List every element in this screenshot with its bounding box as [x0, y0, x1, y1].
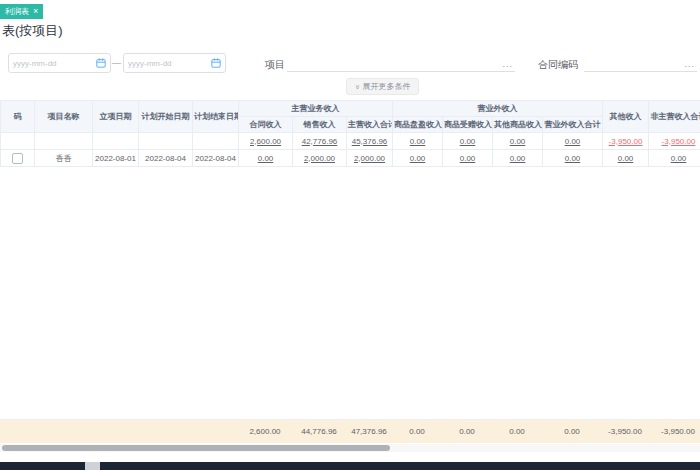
column-header-other-income: 其他收入	[603, 101, 649, 133]
drilldown-link[interactable]: 2,000.00	[304, 154, 335, 163]
data-row: 香香 2022-08-01 2022-08-04 2022-08-04 0.00…	[1, 150, 700, 167]
page-title: 表(按项目)	[2, 22, 63, 40]
summary-row: 2,600.00 44,776.96 47,376.96 0.00 0.00 0…	[0, 419, 700, 443]
drilldown-link-negative[interactable]: -3,950.00	[609, 137, 643, 146]
column-header-inventory-gain: 商品盘盈收入	[393, 117, 443, 133]
column-header-non-main-total: 非主营收入合计	[649, 101, 700, 133]
column-header-main-income-total: 主营收入合计	[347, 117, 393, 133]
tab-close-icon[interactable]: ×	[33, 7, 38, 16]
column-header-non-operating-total: 营业外收入合计	[543, 117, 603, 133]
tab-label: 利润表	[5, 4, 29, 19]
group-header-main-income: 主营业务收入	[239, 101, 393, 117]
report-table: 码 项目名称 立项日期 计划开始日期 计划结束日期 主营业务收入 营业外收入 其…	[0, 100, 700, 167]
date-start-field[interactable]	[13, 59, 96, 68]
group-header-row: 码 项目名称 立项日期 计划开始日期 计划结束日期 主营业务收入 营业外收入 其…	[1, 101, 700, 117]
scrollbar-thumb[interactable]	[2, 445, 390, 451]
cell-setup-date: 2022-08-01	[93, 150, 139, 167]
drilldown-link[interactable]: 2,000.00	[354, 154, 385, 163]
drilldown-link[interactable]: 0.00	[510, 137, 526, 146]
drilldown-link[interactable]: 0.00	[671, 154, 687, 163]
column-header-code: 码	[1, 101, 35, 133]
drilldown-link[interactable]: 0.00	[410, 154, 426, 163]
column-header-other-goods: 其他商品收入	[493, 117, 543, 133]
date-start-input[interactable]	[8, 53, 111, 73]
cell-project-name: 香香	[35, 150, 93, 167]
column-header-plan-start: 计划开始日期	[139, 101, 193, 133]
drilldown-link[interactable]: 42,776.96	[302, 137, 338, 146]
project-filter-field[interactable]	[287, 59, 502, 71]
contract-more-button[interactable]: ...	[684, 59, 697, 71]
cell-plan-start: 2022-08-04	[139, 150, 193, 167]
drilldown-link[interactable]: 0.00	[565, 154, 581, 163]
drilldown-link[interactable]: 2,600.00	[250, 137, 281, 146]
date-end-field[interactable]	[128, 59, 211, 68]
summary-other-income: -3,950.00	[602, 420, 648, 444]
calendar-icon[interactable]	[96, 54, 106, 72]
summary-donated-goods: 0.00	[442, 420, 492, 444]
drilldown-link[interactable]: 0.00	[618, 154, 634, 163]
drilldown-link-negative[interactable]: -3,950.00	[662, 137, 696, 146]
summary-contract-income: 2,600.00	[238, 420, 292, 444]
summary-sales-income: 44,776.96	[292, 420, 346, 444]
summary-main-income-total: 47,376.96	[346, 420, 392, 444]
calendar-icon[interactable]	[211, 54, 221, 72]
drilldown-link[interactable]: 0.00	[460, 137, 476, 146]
drilldown-link[interactable]: 45,376.96	[352, 137, 388, 146]
drilldown-link[interactable]: 0.00	[565, 137, 581, 146]
drilldown-link[interactable]: 0.00	[258, 154, 274, 163]
row-checkbox[interactable]	[12, 153, 23, 164]
column-header-setup-date: 立项日期	[93, 101, 139, 133]
column-header-sales-income: 销售收入	[293, 117, 347, 133]
tab-profit-report[interactable]: 利润表 ×	[0, 4, 43, 19]
summary-non-main-total: -3,950.00	[648, 420, 700, 444]
column-header-contract-income: 合同收入	[239, 117, 293, 133]
drilldown-link[interactable]: 0.00	[510, 154, 526, 163]
bottom-bar-segment	[85, 462, 100, 470]
bottom-bar	[0, 462, 700, 470]
summary-other-goods: 0.00	[492, 420, 542, 444]
drilldown-link[interactable]: 0.00	[460, 154, 476, 163]
contract-code-input[interactable]: ...	[584, 53, 697, 72]
drilldown-link[interactable]: 0.00	[410, 137, 426, 146]
contract-code-label: 合同编码	[538, 58, 578, 72]
project-filter-label: 项目	[265, 58, 285, 72]
date-end-input[interactable]	[123, 53, 226, 73]
chevron-double-down-icon: »	[353, 84, 361, 88]
column-header-donated-goods: 商品受赠收入	[443, 117, 493, 133]
contract-code-field[interactable]	[584, 59, 684, 71]
expand-more-conditions-button[interactable]: » 展开更多条件	[346, 78, 419, 95]
group-header-non-operating-income: 营业外收入	[393, 101, 603, 117]
summary-non-operating-total: 0.00	[542, 420, 602, 444]
column-header-plan-end: 计划结束日期	[193, 101, 239, 133]
horizontal-scrollbar[interactable]	[0, 444, 700, 452]
app-window: 利润表 × 表(按项目) — 项目 ...	[0, 0, 700, 470]
total-row: 2,600.00 42,776.96 45,376.96 0.00 0.00 0…	[1, 133, 700, 150]
date-range-separator: —	[112, 58, 121, 68]
summary-inventory-gain: 0.00	[392, 420, 442, 444]
cell-plan-end: 2022-08-04	[193, 150, 239, 167]
expand-button-label: 展开更多条件	[362, 81, 410, 92]
project-filter-input[interactable]: ...	[287, 53, 515, 72]
column-header-project-name: 项目名称	[35, 101, 93, 133]
project-more-button[interactable]: ...	[502, 59, 515, 71]
